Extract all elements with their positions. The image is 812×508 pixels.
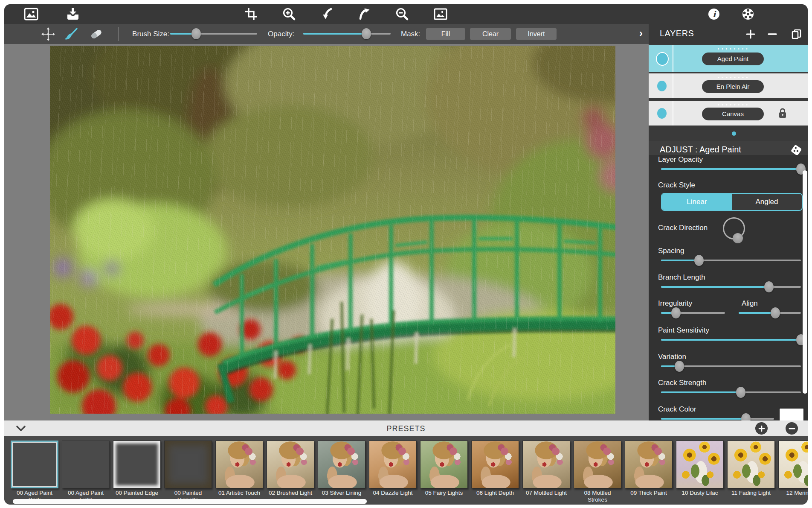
preset-thumbnail[interactable]: 03 Silver Lining: [318, 441, 365, 503]
visibility-toggle[interactable]: [657, 81, 667, 91]
preset-thumbnail[interactable]: 11 Fading Light: [727, 441, 775, 503]
irregularity-knob[interactable]: [671, 307, 681, 318]
presets-scrollbar[interactable]: [13, 499, 367, 504]
spacing-knob[interactable]: [694, 255, 704, 266]
paint-sensitivity-slider[interactable]: [661, 334, 801, 345]
add-layer-button[interactable]: [745, 29, 756, 40]
preset-thumbnail[interactable]: 00 Painted Vignette: [164, 441, 212, 503]
redo-button[interactable]: [357, 6, 373, 22]
layer-drag-dots[interactable]: [716, 104, 749, 106]
layers-header: LAYERS: [649, 24, 808, 44]
brush-size-label: Brush Size:: [118, 30, 169, 38]
move-tool-button[interactable]: [40, 26, 56, 42]
align-knob[interactable]: [771, 307, 780, 318]
preset-thumbnail[interactable]: 09 Thick Paint: [625, 441, 673, 503]
undo-button[interactable]: [319, 6, 335, 22]
zoom-in-button[interactable]: [281, 6, 297, 22]
layer-opacity-label: Layer Opacity: [658, 155, 703, 164]
layer-name-pill[interactable]: En Plein Air: [702, 80, 764, 93]
brush-tool-button[interactable]: [64, 26, 80, 42]
mask-invert-button[interactable]: Invert: [516, 28, 557, 40]
preset-thumbnail[interactable]: 10 Dusty Lilac: [676, 441, 724, 503]
layer-row-aged-paint[interactable]: Aged Paint: [649, 45, 808, 72]
crop-button[interactable]: [243, 6, 259, 22]
layer-drag-dots[interactable]: [716, 76, 749, 79]
irregularity-label: Irregularity: [658, 299, 692, 308]
preset-thumbnail[interactable]: 07 Mottled Light: [522, 441, 570, 503]
preset-thumbnail[interactable]: 05 Fairy Lights: [420, 441, 468, 503]
layer-row-canvas[interactable]: Canvas: [649, 101, 808, 126]
undo-icon: [320, 7, 334, 21]
irregularity-slider[interactable]: [661, 307, 725, 318]
collapse-panel-chevron[interactable]: ›: [639, 27, 643, 39]
crack-style-linear-button[interactable]: Linear: [662, 194, 732, 210]
crack-strength-slider[interactable]: [661, 387, 801, 398]
branch-length-knob[interactable]: [764, 281, 774, 292]
variation-slider[interactable]: [661, 361, 801, 372]
zoom-presets-in-button[interactable]: [755, 422, 768, 435]
crack-color-label: Crack Color: [658, 405, 696, 414]
layer-divider-line: [673, 73, 673, 98]
settings-button[interactable]: [740, 6, 756, 22]
layer-name-pill[interactable]: Aged Paint: [702, 53, 764, 65]
variation-knob[interactable]: [675, 361, 684, 372]
visibility-toggle[interactable]: [657, 108, 667, 119]
preview-original-button[interactable]: [432, 6, 449, 22]
crack-style-angled-button[interactable]: Angled: [732, 194, 802, 210]
painting-image[interactable]: [50, 46, 615, 414]
align-slider[interactable]: [739, 307, 801, 318]
branch-length-label: Branch Length: [658, 273, 705, 282]
layer-opacity-slider[interactable]: [661, 163, 801, 175]
layer-name-pill[interactable]: Canvas: [702, 108, 764, 120]
visibility-toggle[interactable]: [656, 52, 669, 66]
duplicate-layer-button[interactable]: [791, 29, 802, 40]
spacing-slider[interactable]: [661, 255, 801, 266]
preset-thumbnail[interactable]: 06 Light Depth: [471, 441, 519, 503]
zoom-presets-out-button[interactable]: [786, 422, 798, 435]
lock-icon: [777, 107, 789, 120]
mask-clear-button[interactable]: Clear: [470, 28, 511, 40]
preset-thumbnail[interactable]: 02 Brushed Light: [267, 441, 314, 503]
preset-thumbnail[interactable]: 12 Meringue: [778, 441, 808, 503]
presets-title: PRESETS: [4, 424, 808, 433]
preset-thumbnail[interactable]: 00 Aged Paint Dark: [11, 441, 58, 503]
crack-color-knob[interactable]: [741, 413, 751, 420]
eraser-tool-button[interactable]: [88, 26, 104, 42]
preset-thumbnail[interactable]: 00 Painted Edge: [113, 441, 161, 503]
save-button[interactable]: [65, 6, 81, 22]
brush-size-knob[interactable]: [191, 28, 201, 39]
zoom-out-button[interactable]: [394, 6, 410, 22]
preset-thumbnail[interactable]: 08 Mottled Strokes: [574, 441, 621, 503]
preset-thumbnail[interactable]: 01 Artistic Touch: [215, 441, 263, 503]
crack-color-swatch[interactable]: [779, 408, 804, 420]
crack-direction-handle[interactable]: [733, 233, 743, 243]
align-label: Align: [742, 299, 758, 308]
brush-size-slider[interactable]: [170, 28, 257, 39]
mask-fill-button[interactable]: Fill: [426, 28, 465, 40]
layer-drag-dots[interactable]: [716, 48, 749, 50]
spacing-label: Spacing: [658, 247, 684, 255]
mask-label: Mask:: [401, 30, 420, 38]
opacity-slider[interactable]: [303, 28, 391, 39]
preset-thumbnail[interactable]: 00 Aged Paint Light: [62, 441, 110, 503]
plus-icon: [745, 29, 756, 39]
open-image-icon: [24, 8, 38, 20]
right-panel: Aged Paint En Plein Air Canvas ADJUST : …: [649, 44, 808, 420]
panel-scrollbar[interactable]: [803, 170, 807, 394]
branch-length-slider[interactable]: [661, 281, 801, 292]
gear-icon: [741, 7, 755, 21]
layer-row-en-plein-air[interactable]: En Plein Air: [649, 73, 808, 98]
info-button[interactable]: i: [706, 6, 722, 22]
opacity-knob[interactable]: [362, 28, 371, 39]
opacity-label: Opacity:: [268, 30, 294, 38]
crack-strength-label: Crack Strength: [658, 379, 706, 387]
crack-style-label: Crack Style: [658, 181, 695, 190]
duplicate-icon: [791, 29, 802, 40]
variation-label: Variation: [658, 353, 686, 361]
crack-color-slider[interactable]: [661, 413, 774, 420]
remove-layer-button[interactable]: [767, 29, 778, 40]
crack-strength-knob[interactable]: [736, 387, 745, 398]
layers-pager-dot[interactable]: [732, 131, 736, 136]
open-image-button[interactable]: [23, 6, 39, 22]
preset-thumbnail[interactable]: 04 Dazzle Light: [369, 441, 417, 503]
